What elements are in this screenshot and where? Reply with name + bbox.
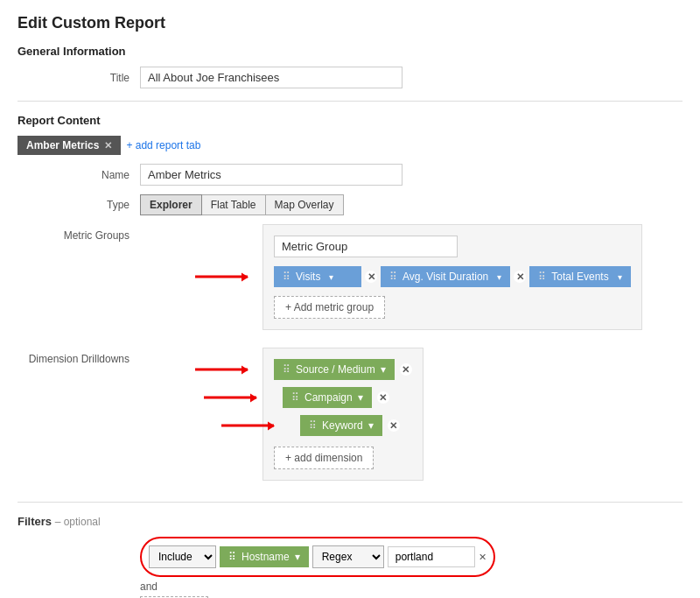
report-tab-bar: Amber Metrics ✕ + add report tab [18,136,682,155]
dimension-source-medium-row: ⠿ Source / Medium ▾ ✕ [274,359,412,380]
arrow-red-4 [221,425,274,427]
dimension-campaign-row: ⠿ Campaign ▾ ✕ [283,387,412,408]
avg-visit-label: Avg. Visit Duration [402,271,488,283]
type-row: Type Explorer Flat Table Map Overlay [18,194,682,215]
name-row: Name [18,164,682,186]
active-tab-label: Amber Metrics [26,139,99,151]
hostname-drag-handle: ⠿ [228,551,236,563]
source-medium-drag-handle: ⠿ [283,363,290,376]
keyword-arrow [221,425,274,427]
total-events-label: Total Events [551,271,608,283]
title-label: Title [18,72,140,84]
dimension-campaign-pill[interactable]: ⠿ Campaign ▾ [283,387,372,408]
filter-value-input[interactable] [388,546,475,567]
source-medium-arrow [195,369,248,371]
hostname-label: Hostname [242,551,290,563]
keyword-close-btn[interactable]: ✕ [388,419,400,432]
keyword-dropdown-icon: ▾ [368,419,374,432]
total-events-dropdown-icon: ▾ [618,272,622,282]
tab-close-icon[interactable]: ✕ [104,140,112,151]
arrow-red [195,276,248,278]
metric-groups-area: ⠿ Visits ▾ ✕ ⠿ Avg. Visit Duration ▾ ✕ ⠿… [262,224,642,330]
campaign-arrow [204,397,256,399]
metric-visits-pill[interactable]: ⠿ Visits ▾ [274,266,361,287]
add-dimension-btn[interactable]: + add dimension [274,447,374,469]
source-medium-dropdown-icon: ▾ [381,363,386,376]
dimension-drilldowns-label: Dimension Drilldowns [18,348,140,365]
campaign-dropdown-icon: ▾ [358,391,363,404]
campaign-drag-handle: ⠿ [291,391,299,404]
title-input[interactable] [140,67,402,88]
keyword-drag-handle: ⠿ [309,419,317,432]
filters-label: Filters [18,515,52,528]
name-label: Name [18,169,140,181]
type-map-overlay-btn[interactable]: Map Overlay [266,194,344,215]
metric-total-events-pill[interactable]: ⠿ Total Events ▾ [529,266,630,287]
metric-group-name-row [274,236,631,266]
and-label: and [140,580,682,593]
general-info-title: General Information [18,45,682,58]
visits-drag-handle: ⠿ [283,271,290,283]
avg-visit-drag-handle: ⠿ [389,271,397,283]
include-select[interactable]: Include Exclude [149,545,216,568]
add-metric-group-btn[interactable]: + Add metric group [274,296,385,319]
dimension-keyword-pill[interactable]: ⠿ Keyword ▾ [300,415,382,436]
section-divider-1 [18,101,682,102]
campaign-label: Campaign [304,391,353,404]
hostname-dropdown-icon: ▾ [295,551,300,563]
visits-dropdown-icon: ▾ [329,272,333,282]
add-tab-link[interactable]: + add report tab [126,139,200,151]
keyword-label: Keyword [322,419,363,432]
avg-visit-close-btn[interactable]: ✕ [514,271,526,283]
arrow-red-3 [204,397,256,399]
type-buttons: Explorer Flat Table Map Overlay [140,194,344,215]
title-row: Title [18,67,682,88]
total-events-drag-handle: ⠿ [538,271,546,283]
filter-close-btn[interactable]: ✕ [479,552,486,563]
type-explorer-btn[interactable]: Explorer [140,194,202,215]
arrow-red-2 [195,369,248,371]
hostname-pill[interactable]: ⠿ Hostname ▾ [220,546,309,567]
page-title: Edit Custom Report [18,14,682,32]
dimension-keyword-row: ⠿ Keyword ▾ ✕ [300,415,412,436]
visits-label: Visits [296,271,320,283]
avg-visit-dropdown-icon: ▾ [497,272,501,282]
filters-title: Filters – optional [18,515,682,528]
metric-groups-label: Metric Groups [18,224,140,242]
report-content-title: Report Content [18,114,682,127]
metric-groups-row: Metric Groups ⠿ Visits ▾ ✕ ⠿ Avg. Visit … [18,224,682,339]
active-tab[interactable]: Amber Metrics ✕ [18,136,121,155]
name-input[interactable] [140,164,402,186]
section-divider-2 [18,502,682,503]
campaign-close-btn[interactable]: ✕ [377,391,389,404]
filter-row: Include Exclude ⠿ Hostname ▾ Regex Exact… [140,537,495,577]
metric-group-name-input[interactable] [274,236,458,257]
source-medium-close-btn[interactable]: ✕ [400,363,412,376]
visits-close-btn[interactable]: ✕ [365,271,377,283]
source-medium-label: Source / Medium [296,363,375,376]
dimension-drilldowns-row: Dimension Drilldowns ⠿ Source / Medium ▾… [18,348,682,489]
metrics-row: ⠿ Visits ▾ ✕ ⠿ Avg. Visit Duration ▾ ✕ ⠿… [274,266,631,287]
dimension-area: ⠿ Source / Medium ▾ ✕ ⠿ Campaign ▾ ✕ [262,348,424,481]
arrow-indicator [195,276,248,278]
type-flat-table-btn[interactable]: Flat Table [202,194,266,215]
filter-row-wrapper: Include Exclude ⠿ Hostname ▾ Regex Exact… [140,537,682,598]
type-label: Type [18,199,140,211]
filters-optional-text: – optional [55,516,101,528]
dimension-source-medium-pill[interactable]: ⠿ Source / Medium ▾ [274,359,395,380]
metric-avg-visit-pill[interactable]: ⠿ Avg. Visit Duration ▾ [381,266,510,287]
regex-select[interactable]: Regex Exact Contains [312,545,384,568]
